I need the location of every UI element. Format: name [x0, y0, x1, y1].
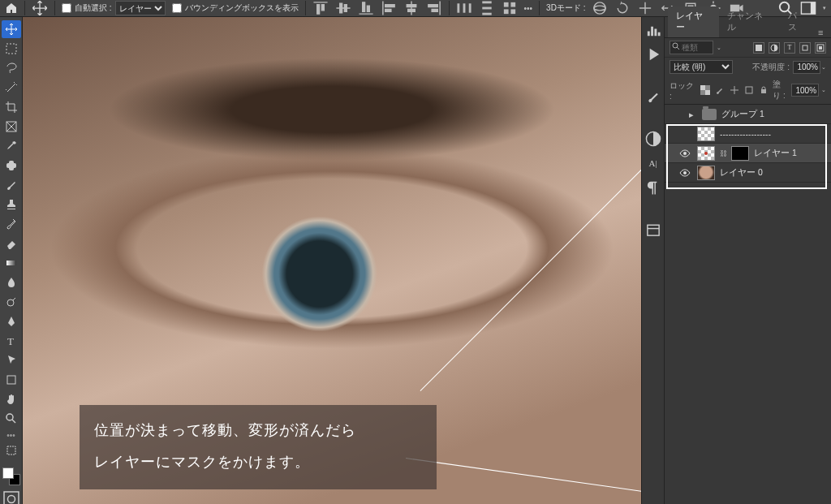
eyedropper-tool[interactable] — [2, 137, 21, 155]
align-bottom-icon[interactable] — [358, 0, 374, 16]
filter-dropdown-icon[interactable]: ⌄ — [717, 45, 721, 51]
align-left-icon[interactable] — [381, 0, 397, 16]
home-icon[interactable] — [5, 2, 18, 15]
svg-rect-8 — [503, 9, 508, 14]
color-swatches[interactable] — [2, 467, 20, 485]
lock-image-icon[interactable] — [715, 84, 726, 96]
3d-pan-icon[interactable] — [637, 0, 653, 16]
pen-tool[interactable] — [2, 312, 21, 330]
align-right-icon[interactable] — [426, 0, 442, 16]
gradient-tool[interactable] — [2, 254, 21, 272]
path-select-tool[interactable] — [2, 351, 21, 369]
3d-mode-label: 3Dモード : — [546, 2, 585, 14]
svg-point-30 — [7, 496, 15, 503]
fg-color-swatch[interactable] — [2, 467, 14, 479]
annotation-line-2: レイヤーにマスクをかけます。 — [94, 446, 422, 478]
svg-rect-40 — [819, 46, 822, 50]
visibility-toggle[interactable] — [679, 149, 692, 157]
histogram-icon[interactable] — [645, 22, 661, 38]
filter-pixel-icon[interactable] — [753, 42, 764, 54]
history-brush-tool[interactable] — [2, 215, 21, 233]
lock-artboard-icon[interactable] — [743, 84, 754, 96]
show-bbox-checkbox[interactable] — [172, 3, 182, 13]
move-tool-icon[interactable] — [32, 0, 48, 16]
distribute-h-icon[interactable] — [456, 0, 472, 16]
lock-all-icon[interactable] — [758, 84, 769, 96]
link-icon[interactable]: ⛓ — [720, 149, 726, 157]
filter-type-icon[interactable]: T — [784, 42, 795, 54]
opacity-input[interactable] — [793, 61, 820, 74]
visibility-toggle[interactable] — [679, 169, 692, 177]
lasso-tool[interactable] — [2, 59, 21, 77]
adjust-icon[interactable] — [645, 131, 661, 147]
layer-name[interactable]: グループ 1 — [721, 109, 764, 120]
expand-caret-icon[interactable]: ▸ — [689, 110, 697, 119]
layer-name[interactable]: レイヤー 0 — [720, 167, 763, 179]
blur-tool[interactable] — [2, 274, 21, 291]
edit-toolbar-icon[interactable] — [2, 442, 21, 459]
brushes-icon[interactable] — [645, 88, 661, 105]
quickmask-icon[interactable] — [2, 490, 21, 504]
paragraph-icon[interactable] — [645, 179, 661, 196]
lock-position-icon[interactable] — [730, 84, 740, 96]
layer-name[interactable]: ------------------ — [720, 129, 771, 139]
workspace-dropdown-icon[interactable]: ▾ — [823, 5, 826, 11]
fill-input[interactable] — [791, 84, 819, 97]
frame-tool[interactable] — [2, 118, 21, 136]
distribute-v-icon[interactable] — [479, 0, 495, 16]
type-tool[interactable]: T — [2, 332, 21, 350]
auto-select-checkbox[interactable] — [62, 3, 71, 13]
tab-layers[interactable]: レイヤー — [668, 6, 719, 37]
layer-name[interactable]: レイヤー 1 — [754, 148, 797, 159]
auto-select-target[interactable]: レイヤー — [115, 1, 166, 15]
shape-tool[interactable] — [2, 371, 21, 389]
opacity-dropdown-icon[interactable]: ⌄ — [821, 64, 826, 71]
wand-tool[interactable] — [2, 79, 21, 97]
fill-dropdown-icon[interactable]: ⌄ — [821, 87, 826, 93]
more-icon[interactable]: ••• — [524, 4, 533, 13]
panel-menu-icon[interactable]: ≡ — [813, 28, 828, 37]
layer-thumb — [697, 166, 715, 180]
layer-mask-thumb — [731, 146, 749, 161]
separator — [24, 1, 25, 15]
hand-tool[interactable] — [2, 390, 21, 408]
zoom-tool[interactable] — [2, 410, 21, 428]
play-icon[interactable] — [645, 46, 661, 62]
crop-tool[interactable] — [2, 98, 21, 116]
svg-rect-38 — [803, 45, 807, 50]
healing-tool[interactable] — [2, 157, 21, 174]
3d-orbit-icon[interactable] — [592, 0, 608, 16]
blend-mode-select[interactable]: 比較 (明) — [670, 60, 733, 74]
lock-transparency-icon[interactable] — [700, 84, 711, 96]
stamp-tool[interactable] — [2, 196, 21, 213]
main-area: T ••• 位置が決まって移動、変形が済んだら レイヤーにマスクをかけます。 — [0, 17, 831, 504]
filter-smart-icon[interactable] — [815, 42, 826, 54]
tab-channels[interactable]: チャンネル — [719, 6, 779, 37]
layer-search — [670, 41, 713, 54]
layer-filter-row: ⌄ T — [665, 38, 831, 58]
layer-group-row[interactable]: ▸ グループ 1 — [665, 105, 831, 124]
distribute-more-icon[interactable] — [502, 0, 518, 16]
libraries-icon[interactable] — [645, 222, 661, 238]
filter-shape-icon[interactable] — [799, 42, 811, 54]
align-top-icon[interactable] — [312, 0, 329, 16]
tool-overflow-icon[interactable]: ••• — [6, 431, 15, 440]
collapsed-panel-strip: A| — [641, 17, 664, 504]
eraser-tool[interactable] — [2, 235, 21, 252]
move-tool[interactable] — [2, 20, 21, 38]
document-canvas[interactable]: 位置が決まって移動、変形が済んだら レイヤーにマスクをかけます。 — [23, 17, 641, 504]
filter-adjust-icon[interactable] — [769, 42, 780, 54]
layer-row-1[interactable]: ⛓ レイヤー 1 — [665, 144, 831, 163]
layer-row-dashes[interactable]: ------------------ — [665, 124, 831, 144]
3d-rotate-icon[interactable] — [614, 0, 631, 16]
brush-tool[interactable] — [2, 176, 21, 194]
tab-paths[interactable]: パス — [780, 6, 814, 37]
show-bbox-label: バウンディングボックスを表示 — [185, 2, 299, 14]
layer-row-0[interactable]: レイヤー 0 — [665, 163, 831, 183]
dodge-tool[interactable] — [2, 293, 21, 311]
align-hcenter-icon[interactable] — [403, 0, 420, 16]
marquee-tool[interactable] — [2, 40, 21, 58]
align-vcenter-icon[interactable] — [335, 0, 351, 16]
auto-select-group: 自動選択 : レイヤー — [62, 1, 166, 15]
char-panel-icon[interactable]: A| — [645, 155, 661, 171]
